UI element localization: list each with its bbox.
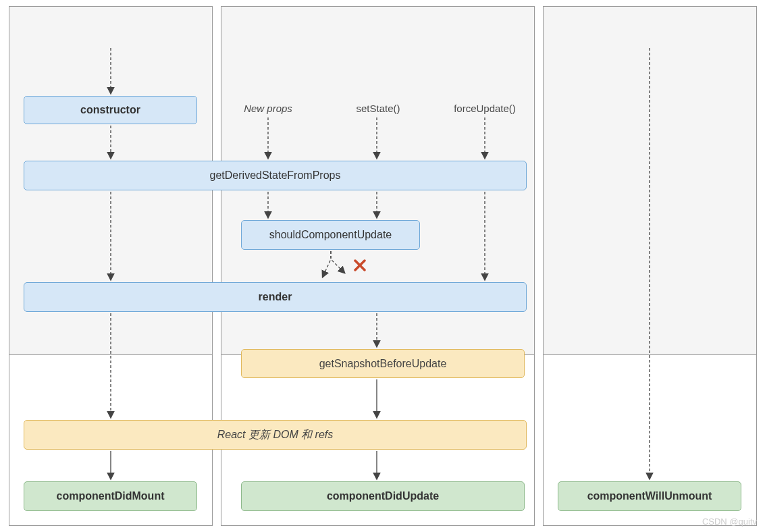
box-constructor: constructor <box>24 96 197 124</box>
column-unmount: 卸载时 <box>543 6 757 526</box>
box-component-did-update: componentDidUpdate <box>241 481 525 511</box>
cancel-icon <box>354 259 366 271</box>
box-get-derived-state: getDerivedStateFromProps <box>24 161 527 190</box>
watermark: CSDN @quitv <box>702 516 757 527</box>
trigger-set-state: setState() <box>344 103 412 114</box>
box-component-did-mount: componentDidMount <box>24 481 197 511</box>
box-render: render <box>24 282 527 312</box>
column-unmount-top <box>544 7 756 355</box>
box-react-updates: React 更新 DOM 和 refs <box>24 420 527 450</box>
trigger-new-props: New props <box>234 103 302 114</box>
box-component-will-unmount: componentWillUnmount <box>558 481 741 511</box>
box-get-snapshot: getSnapshotBeforeUpdate <box>241 349 525 378</box>
box-should-component-update: shouldComponentUpdate <box>241 220 420 250</box>
trigger-force-update: forceUpdate() <box>451 103 519 114</box>
